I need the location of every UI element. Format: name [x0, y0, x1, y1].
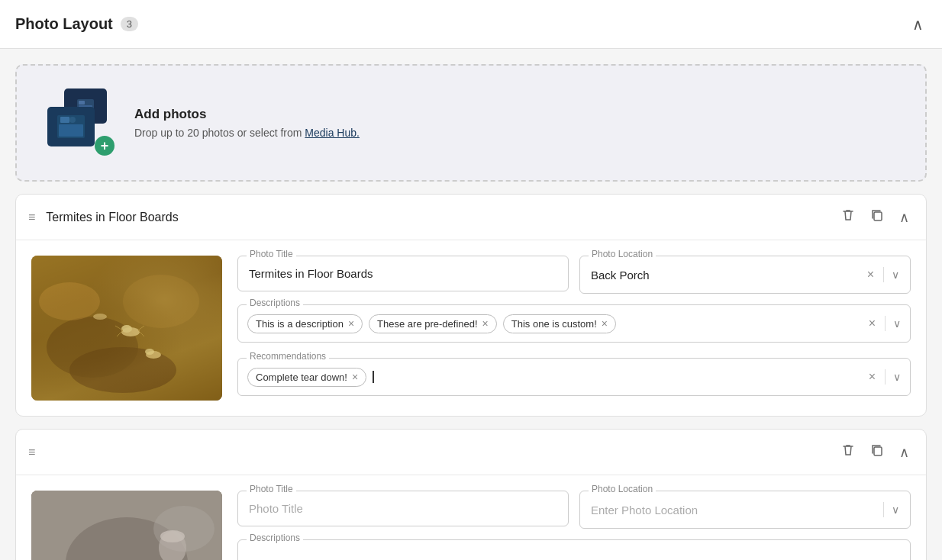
copy-section-1-button[interactable] [866, 205, 889, 229]
copy-icon-2 [870, 443, 884, 457]
remove-description-tag-2[interactable]: × [602, 318, 608, 329]
recommendations-chevron-1[interactable]: ∨ [893, 371, 901, 383]
photo-card-body-1: Photo Title Photo Location Back Porch × … [16, 240, 926, 416]
remove-recommendation-tag-0[interactable]: × [352, 372, 358, 382]
tag-text: This is a description [256, 318, 344, 330]
svg-point-17 [93, 314, 107, 320]
remove-description-tag-0[interactable]: × [348, 318, 354, 329]
recommendations-field-actions-1: × ∨ [867, 369, 901, 385]
collapse-section-1-button[interactable]: ∧ [895, 206, 914, 229]
main-content: + Add photos Drop up to 20 photos or sel… [0, 49, 942, 560]
photo-fields-1: Photo Title Photo Location Back Porch × … [237, 256, 911, 401]
dropzone-description: Drop up to 20 photos or select from Medi… [134, 127, 360, 139]
delete-section-2-button[interactable] [837, 440, 860, 464]
description-tag-2: This one is custom! × [503, 314, 616, 333]
photo-title-label-1: Photo Title [247, 249, 296, 259]
dropzone-title: Add photos [134, 107, 360, 122]
svg-point-6 [69, 117, 76, 123]
photo-title-field-2: Photo Title [237, 491, 569, 529]
descriptions-tags-1[interactable]: This is a description × These are pre-de… [237, 304, 911, 343]
descriptions-clear-1[interactable]: × [867, 317, 877, 330]
photo-location-clear-1[interactable]: × [866, 268, 876, 282]
photo-title-field-1: Photo Title [237, 256, 569, 294]
photo-location-chevron-2[interactable]: ∨ [892, 504, 899, 516]
photo-location-label-2: Photo Location [589, 484, 656, 494]
tag-text: This one is custom! [511, 318, 597, 330]
descriptions-label-2: Descriptions [247, 533, 303, 543]
copy-section-2-button[interactable] [866, 440, 889, 464]
photo-section-1: ≡ Termites in Floor Boards ∧ [15, 194, 927, 417]
photo-title-label-2: Photo Title [247, 484, 296, 494]
descriptions-field-2: Descriptions [237, 539, 911, 560]
descriptions-field-1: Descriptions This is a description × The… [237, 304, 911, 347]
tag-text: These are pre-defined! [377, 318, 478, 330]
header-left: Photo Layout 3 [15, 15, 138, 33]
photo-location-label-1: Photo Location [589, 249, 656, 259]
photo-thumbnail-2 [31, 491, 222, 560]
drag-handle-icon-1[interactable]: ≡ [28, 211, 35, 224]
delete-section-1-button[interactable] [837, 205, 860, 229]
photo-fields-2: Photo Title Photo Location Enter Photo L… [237, 491, 911, 560]
svg-rect-5 [60, 117, 69, 123]
trash-icon-2 [841, 443, 855, 457]
descriptions-field-actions-1: × ∨ [867, 316, 901, 331]
wall-image [31, 491, 222, 560]
description-tag-1: These are pre-defined! × [369, 314, 497, 333]
photo-card-actions-2: ∧ [837, 440, 914, 464]
svg-rect-22 [874, 447, 882, 455]
header-collapse-button[interactable]: ∧ [909, 12, 927, 37]
photo-location-actions-2: ∨ [880, 502, 899, 517]
photo-location-value-2: Enter Photo Location [591, 504, 880, 517]
section-count-badge: 3 [121, 17, 138, 31]
photo-thumbnail-1 [31, 256, 222, 401]
svg-point-14 [121, 325, 132, 333]
svg-rect-4 [59, 124, 83, 137]
tag-text: Complete tear down! [256, 372, 347, 383]
photo-location-actions-1: × ∨ [866, 267, 899, 282]
remove-description-tag-1[interactable]: × [482, 318, 489, 329]
photo-location-select-1[interactable]: Back Porch × ∨ [579, 256, 911, 294]
photo-title-input-2[interactable] [237, 491, 569, 526]
photo-card-actions-1: ∧ [837, 205, 914, 229]
descriptions-tags-2[interactable] [237, 539, 911, 560]
recommendations-tags-1[interactable]: Complete tear down! × × ∨ [237, 358, 911, 396]
dropzone-icon: + [47, 89, 116, 157]
photo-title-input-1[interactable] [237, 256, 569, 291]
trash-icon [841, 208, 855, 222]
recommendations-field-1: Recommendations Complete tear down! × × … [237, 358, 911, 401]
title-location-row-2: Photo Title Photo Location Enter Photo L… [237, 491, 911, 529]
svg-point-16 [145, 349, 154, 355]
photo-location-value-1: Back Porch [591, 269, 866, 282]
photo-location-chevron-1[interactable]: ∨ [892, 269, 899, 281]
photo-location-field-2: Photo Location Enter Photo Location ∨ [579, 491, 911, 529]
collapse-section-2-button[interactable]: ∧ [895, 441, 914, 464]
copy-icon [870, 208, 884, 222]
drag-handle-icon-2[interactable]: ≡ [28, 446, 35, 459]
photo-dropzone[interactable]: + Add photos Drop up to 20 photos or sel… [15, 64, 927, 182]
descriptions-label-1: Descriptions [247, 298, 303, 308]
photo-card-body-2: Photo Title Photo Location Enter Photo L… [16, 475, 926, 560]
svg-point-28 [160, 530, 185, 542]
recommendations-label-1: Recommendations [247, 351, 329, 362]
page-header: Photo Layout 3 ∧ [0, 0, 942, 49]
photo-location-field-1: Photo Location Back Porch × ∨ [579, 256, 911, 294]
photo-section-2: ≡ ∧ [15, 429, 927, 560]
add-photo-plus: + [95, 136, 115, 156]
svg-rect-2 [79, 101, 85, 105]
descriptions-chevron-1[interactable]: ∨ [893, 317, 901, 330]
photo-card-header-1: ≡ Termites in Floor Boards ∧ [16, 195, 926, 240]
termite-image [31, 256, 222, 401]
page-title: Photo Layout [15, 15, 113, 33]
recommendations-clear-1[interactable]: × [867, 370, 877, 384]
dropzone-text: Add photos Drop up to 20 photos or selec… [134, 107, 360, 139]
svg-point-10 [123, 275, 199, 328]
photo-location-select-2[interactable]: Enter Photo Location ∨ [579, 491, 911, 529]
text-cursor [373, 371, 374, 383]
description-tag-0: This is a description × [247, 314, 363, 333]
photo-card-header-2: ≡ ∧ [16, 430, 926, 475]
svg-point-12 [39, 282, 100, 320]
recommendation-tag-0: Complete tear down! × [247, 368, 366, 387]
photo-card-title-1: Termites in Floor Boards [46, 211, 829, 224]
media-hub-link[interactable]: Media Hub. [305, 127, 360, 139]
title-location-row-1: Photo Title Photo Location Back Porch × … [237, 256, 911, 294]
